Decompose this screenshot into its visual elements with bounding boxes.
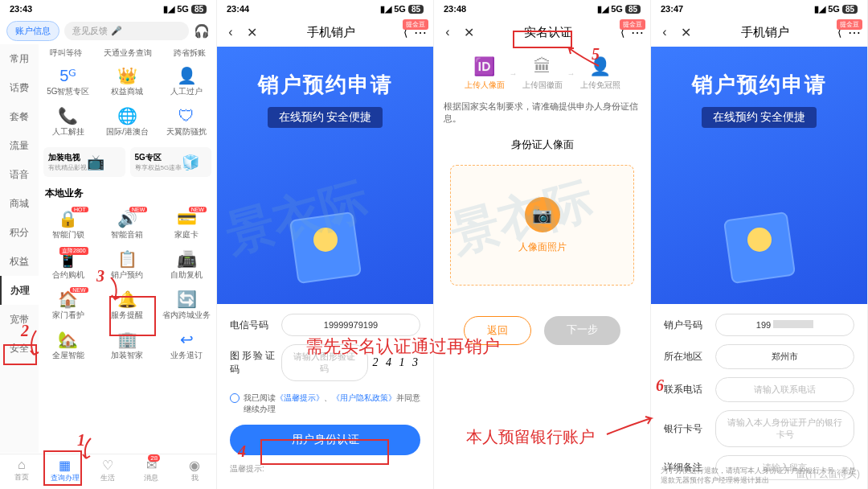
service-家庭卡[interactable]: NEW💳家庭卡 bbox=[157, 205, 216, 245]
warm-tip: 温馨提示: bbox=[230, 463, 420, 475]
upload-label: 人像面照片 bbox=[518, 240, 567, 254]
service-icon: ↩ bbox=[157, 331, 216, 348]
service-icon: 👑 bbox=[98, 67, 158, 84]
sidebar-item-3[interactable]: 流量 bbox=[0, 131, 39, 160]
label-captcha: 图形验证码 bbox=[230, 349, 275, 376]
service-全屋智能[interactable]: 🏡全屋智能 bbox=[39, 326, 98, 366]
sidebar-item-8[interactable]: 办理 bbox=[0, 276, 39, 305]
input-captcha[interactable]: 请输入图形验证码 bbox=[281, 344, 368, 381]
status-bar: 23:47 ▮◢5G85 bbox=[651, 0, 867, 18]
service-icon: 🔔 bbox=[98, 290, 158, 308]
service-权益商城[interactable]: 👑权益商城 bbox=[98, 62, 158, 102]
signal-icon: ▮◢ bbox=[814, 4, 825, 14]
header: ‹ ✕ 手机销户 ⟨ ⋯ bbox=[651, 18, 867, 47]
captcha-image[interactable]: 2 4 1 3 bbox=[373, 356, 421, 369]
feedback-input[interactable]: 意见反馈 🎤 bbox=[64, 22, 189, 40]
radio-agree[interactable] bbox=[230, 393, 240, 403]
label-银行卡号: 银行卡号 bbox=[664, 422, 709, 436]
agreement-row[interactable]: 我已阅读《温馨提示》、《用户隐私政策》并同意继续办理 bbox=[230, 389, 420, 418]
service-人工解挂[interactable]: 📞人工解挂 bbox=[39, 102, 98, 142]
back-button[interactable]: 返回 bbox=[464, 316, 531, 345]
input-phone[interactable]: 19999979199 bbox=[281, 314, 420, 336]
bottom-note: 为了方便进行退款，请填写本人身份证开户的银行卡号；若是退款无器预付客户经理将退计… bbox=[661, 466, 858, 486]
link-terms[interactable]: 《温馨提示》 bbox=[276, 393, 324, 402]
back-icon[interactable]: ‹ bbox=[440, 25, 455, 39]
screen-4: 23:47 ▮◢5G85 提金豆 ‹ ✕ 手机销户 ⟨ ⋯ 销户预约申请 在线预… bbox=[651, 0, 868, 489]
close-icon[interactable]: ✕ bbox=[244, 25, 259, 40]
service-加装智家[interactable]: 🏢加装智家 bbox=[98, 326, 158, 366]
top-link[interactable]: 呼叫等待 bbox=[50, 47, 82, 59]
service-icon: 🔒 bbox=[39, 210, 98, 228]
upload-zone[interactable]: 📷 人像面照片 bbox=[450, 165, 634, 286]
bottom-nav: ⌂首页▦查询办理♡生活✉消息28◉我 bbox=[0, 454, 216, 489]
close-icon[interactable]: ✕ bbox=[678, 25, 693, 40]
support-icon[interactable]: 🎧 bbox=[194, 23, 210, 39]
sidebar-item-6[interactable]: 积分 bbox=[0, 218, 39, 247]
service-省内跨城业务[interactable]: 🔄省内跨城业务 bbox=[157, 286, 216, 326]
input-所在地区[interactable]: 郑州市 bbox=[715, 344, 854, 369]
sidebar-item-10[interactable]: 安全 bbox=[0, 334, 39, 363]
link-privacy[interactable]: 《用户隐私政策》 bbox=[332, 393, 396, 402]
nav-我[interactable]: ◉我 bbox=[173, 454, 216, 489]
top-link[interactable]: 天通业务查询 bbox=[104, 47, 152, 59]
service-家门看护[interactable]: NEW🏠家门看护 bbox=[39, 286, 98, 326]
service-合约购机[interactable]: 直降2800📱合约购机 bbox=[39, 245, 98, 286]
service-icon: 📋 bbox=[98, 250, 158, 268]
sidebar-item-1[interactable]: 话费 bbox=[0, 73, 39, 102]
top-link[interactable]: 跨省拆账 bbox=[174, 47, 206, 59]
next-button[interactable]: 下一步 bbox=[544, 316, 620, 345]
hero-title: 销户预约申请 bbox=[651, 47, 867, 99]
service-icon: 🏠 bbox=[39, 290, 98, 308]
hero-illustration bbox=[703, 199, 816, 296]
sidebar-item-0[interactable]: 常用 bbox=[0, 44, 39, 73]
sidebar-item-9[interactable]: 宽带 bbox=[0, 305, 39, 334]
promo-5g[interactable]: 5G专区尊享权益5G速率 🧊 bbox=[130, 147, 212, 177]
signal-icon: ▮◢ bbox=[163, 4, 174, 14]
nav-查询办理[interactable]: ▦查询办理 bbox=[43, 454, 87, 489]
service-icon: 🏢 bbox=[98, 331, 158, 348]
service-icon: 📞 bbox=[39, 107, 98, 125]
signal-icon: ▮◢ bbox=[380, 4, 391, 14]
promo-tv[interactable]: 加装电视有线精品影视 📺 bbox=[43, 147, 125, 177]
service-天翼防骚扰[interactable]: 🛡天翼防骚扰 bbox=[157, 102, 216, 142]
auth-button[interactable]: 用户身份认证 bbox=[230, 425, 420, 455]
step-2: 👤上传免冠照 bbox=[580, 56, 620, 91]
signal-icon: ▮◢ bbox=[597, 4, 608, 14]
back-icon[interactable]: ‹ bbox=[223, 25, 238, 39]
hero-title: 销户预约申请 bbox=[217, 47, 433, 99]
back-icon[interactable]: ‹ bbox=[657, 25, 672, 39]
time: 23:43 bbox=[10, 4, 32, 14]
close-icon[interactable]: ✕ bbox=[461, 25, 476, 40]
nav-首页[interactable]: ⌂首页 bbox=[0, 454, 43, 489]
time: 23:47 bbox=[661, 4, 683, 14]
sidebar-item-5[interactable]: 商城 bbox=[0, 189, 39, 218]
service-销户预约[interactable]: 📋销户预约 bbox=[98, 245, 158, 286]
service-服务提醒[interactable]: 🔔服务提醒 bbox=[98, 286, 158, 326]
content-panel: 呼叫等待天通业务查询跨省拆账 5ᴳ5G智慧专区👑权益商城👤人工过户📞人工解挂🌐国… bbox=[39, 44, 216, 453]
service-业务退订[interactable]: ↩业务退订 bbox=[157, 326, 216, 366]
step-1: 🏛上传国徽面 bbox=[522, 56, 563, 91]
sidebar-item-4[interactable]: 语音 bbox=[0, 160, 39, 189]
sidebar-item-2[interactable]: 套餐 bbox=[0, 102, 39, 131]
nav-生活[interactable]: ♡生活 bbox=[87, 454, 130, 489]
nav-消息[interactable]: ✉消息28 bbox=[129, 454, 173, 489]
hero-subtitle: 在线预约 安全便捷 bbox=[268, 107, 383, 128]
input-销户号码[interactable]: 199 bbox=[715, 314, 854, 336]
corner-badge: 提金豆 bbox=[620, 19, 645, 30]
service-icon: 🏡 bbox=[39, 331, 98, 348]
service-智能门锁[interactable]: HOT🔒智能门锁 bbox=[39, 205, 98, 245]
input-联系电话[interactable]: 请输入联系电话 bbox=[715, 377, 854, 402]
service-人工过户[interactable]: 👤人工过户 bbox=[157, 62, 216, 102]
tab-account[interactable]: 账户信息 bbox=[6, 21, 59, 41]
service-5G智慧专区[interactable]: 5ᴳ5G智慧专区 bbox=[39, 62, 98, 102]
label-phone: 电信号码 bbox=[230, 318, 275, 332]
status-bar: 23:44 ▮◢5G85 bbox=[217, 0, 433, 18]
service-自助复机[interactable]: 📠自助复机 bbox=[157, 245, 216, 286]
input-银行卡号[interactable]: 请输入本人身份证开户的银行卡号 bbox=[715, 410, 854, 447]
service-智能音箱[interactable]: NEW🔊智能音箱 bbox=[98, 205, 158, 245]
service-国际/港澳台[interactable]: 🌐国际/港澳台 bbox=[98, 102, 158, 142]
sidebar-item-7[interactable]: 权益 bbox=[0, 247, 39, 276]
time: 23:48 bbox=[444, 4, 466, 14]
mic-icon: 🎤 bbox=[111, 26, 122, 36]
status-bar: 23:43 ▮◢ 5G 85 bbox=[0, 0, 216, 18]
